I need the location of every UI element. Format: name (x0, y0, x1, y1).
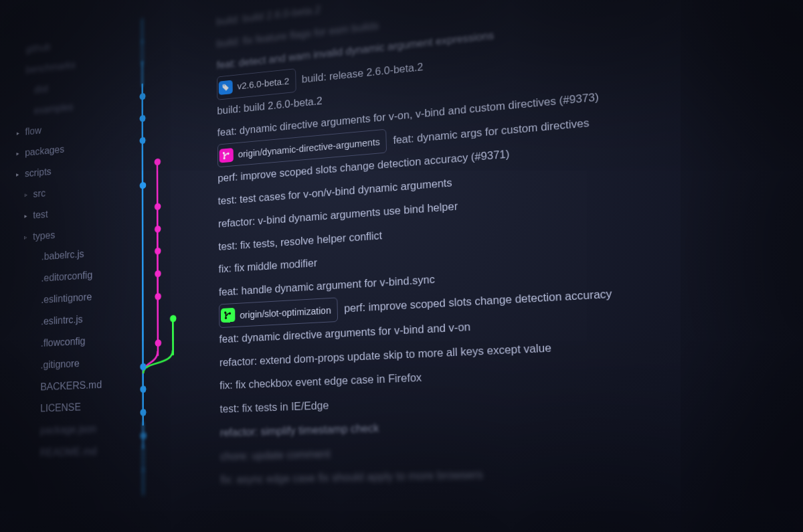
commit-graph-lane (132, 422, 214, 446)
chevron-right-icon (25, 111, 31, 112)
commit-dot (139, 182, 145, 189)
commit-dot (139, 115, 145, 122)
chevron-right-icon: ▸ (16, 169, 21, 181)
commit-dot (154, 203, 160, 210)
commit-dot (155, 339, 161, 347)
commit-message: test: fix tests in IE/Edge (219, 393, 329, 421)
file-tree-item[interactable]: README.md (10, 440, 128, 465)
commit-dot (155, 248, 161, 255)
file-tree-label: scripts (25, 161, 52, 185)
file-tree-label: package.json (40, 418, 96, 442)
commit-graph-lane (132, 398, 214, 423)
commit-graph-lane (132, 352, 213, 377)
commit-graph-lane (132, 375, 214, 401)
file-tree-label: github (26, 37, 51, 60)
file-tree-label: .flowconfig (41, 331, 86, 355)
file-tree-label: .babelrc.js (41, 244, 84, 268)
file-tree-label: BACKERS.md (40, 373, 102, 398)
tag-icon (219, 80, 233, 95)
chevron-right-icon: ▸ (17, 126, 22, 139)
branch-icon (221, 308, 236, 323)
file-tree-label: .gitignore (41, 353, 80, 376)
commit-dot (140, 432, 147, 439)
commit-graph-lane (132, 282, 213, 308)
commit-dot (170, 315, 177, 323)
commit-dot (140, 363, 147, 370)
chevron-right-icon: ▸ (16, 147, 21, 160)
commit-dot (154, 158, 160, 165)
commit-graph-lane (132, 446, 214, 470)
file-tree-label: test (33, 204, 48, 226)
chevron-right-icon (25, 90, 31, 91)
file-tree-item[interactable]: package.json (10, 417, 128, 443)
chevron-right-icon: ▹ (24, 231, 29, 244)
file-tree-label: src (33, 183, 46, 205)
chevron-right-icon: ▸ (24, 209, 29, 222)
commit-dot (139, 93, 145, 100)
commit-graph-lane (132, 305, 213, 331)
branch-icon (219, 148, 234, 163)
file-tree-label: examples (34, 96, 74, 121)
file-tree-label: .editorconfig (41, 265, 92, 290)
file-tree-label: .eslintignore (41, 286, 92, 311)
commit-graph-lane (132, 329, 213, 355)
file-tree-label: LICENSE (40, 397, 81, 420)
file-tree-label: flow (25, 120, 41, 143)
commit-dot (140, 409, 147, 416)
file-tree-label: dist (34, 78, 48, 100)
commit-graph: build: build 2.6.0-beta.2build: fix feat… (131, 0, 803, 494)
chevron-right-icon (33, 279, 38, 280)
commit-dot (155, 292, 161, 300)
tag-label: v2.6.0-beta.2 (237, 71, 289, 96)
file-tree-label: README.md (40, 440, 97, 464)
commit-dot (155, 270, 161, 278)
chevron-right-icon (17, 71, 23, 72)
chevron-right-icon: ▹ (25, 189, 30, 201)
tag-label: origin/slot-optimization (240, 299, 331, 325)
commit-dot (140, 385, 147, 393)
file-tree-label: .eslintrc.js (41, 308, 83, 333)
file-tree-label: types (33, 225, 55, 248)
chevron-right-icon (17, 50, 23, 51)
commit-dot (155, 226, 161, 233)
commit-message: fix: async edge case fix should apply to… (220, 462, 483, 492)
commit-graph-lane (132, 469, 215, 493)
commit-dot (139, 137, 145, 145)
file-tree-sidebar: githubbenchmarksdistexamples▸flow▸packag… (2, 15, 132, 496)
chevron-right-icon (33, 258, 38, 258)
file-tree-label: packages (25, 139, 64, 164)
commit-message: chore: update comment (220, 442, 331, 468)
